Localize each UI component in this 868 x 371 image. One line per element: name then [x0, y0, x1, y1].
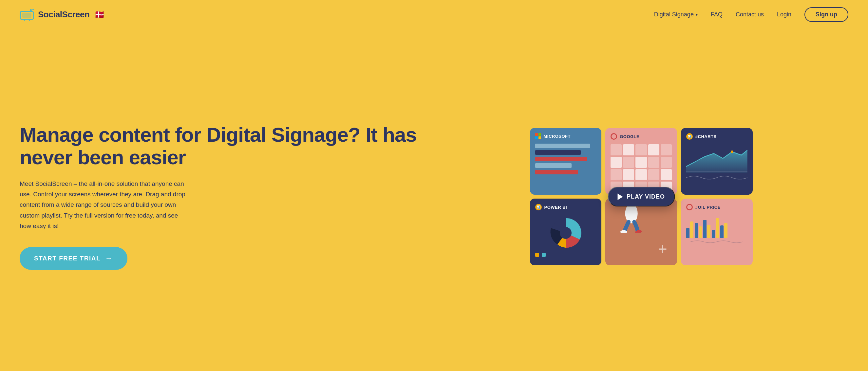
oil-google-icon [686, 204, 693, 210]
cal-cell [611, 157, 622, 168]
mini-bar [695, 223, 698, 238]
charts-icon: 📊 [686, 133, 693, 140]
cal-cell [623, 157, 634, 168]
cal-cell [648, 144, 659, 156]
bar-group [720, 223, 727, 238]
hero-left: Manage content for Digital Signage? It h… [20, 123, 417, 270]
nav-digital-signage[interactable]: Digital Signage ▾ [654, 11, 698, 18]
chevron-down-icon: ▾ [696, 12, 698, 17]
oil-bar-chart [686, 215, 747, 238]
start-free-trial-button[interactable]: START FREE TRIAL → [20, 247, 127, 270]
oil-wave [686, 239, 747, 244]
play-icon [617, 193, 623, 200]
card-charts-header: 📊 #CHARTS [686, 133, 747, 140]
microsoft-icon [535, 133, 541, 139]
wave-line [686, 174, 747, 181]
pie-chart-svg [548, 215, 584, 251]
mini-bar [686, 228, 689, 238]
nav-login[interactable]: Login [777, 11, 792, 18]
microsoft-bars [535, 144, 596, 174]
cal-cell [611, 144, 622, 156]
feature-cards-grid: MICROSOFT GOOGLE [530, 128, 753, 265]
cal-cell [661, 169, 672, 180]
hero-right: MICROSOFT GOOGLE [434, 128, 848, 265]
card-oil-title: #OIL PRICE [695, 205, 721, 210]
logo-text: SocialScreen [38, 9, 89, 20]
card-google-header: GOOGLE [611, 133, 672, 140]
logo-area: SocialScreen 🇩🇰 [20, 9, 104, 21]
google-calendar [611, 144, 672, 193]
mini-bar [707, 225, 710, 238]
cal-cell [661, 157, 672, 168]
cal-cell [611, 169, 622, 180]
mini-bar [724, 223, 727, 238]
area-chart-svg [686, 147, 747, 173]
bar-group [686, 222, 693, 238]
card-powerbi: 📊 POWER BI [530, 199, 602, 265]
legend-yellow [535, 253, 539, 257]
bar-group [695, 223, 702, 238]
pie-legend [535, 253, 596, 257]
logo-icon [20, 9, 34, 21]
brown-card-content: + [611, 204, 672, 260]
nav-faq[interactable]: FAQ [711, 11, 722, 18]
svg-point-9 [560, 227, 571, 239]
card-google-title: GOOGLE [620, 134, 639, 139]
header: SocialScreen 🇩🇰 Digital Signage ▾ FAQ Co… [0, 0, 868, 29]
card-microsoft-header: MICROSOFT [535, 133, 596, 139]
legend-teal [542, 253, 546, 257]
powerbi-icon: 📊 [535, 204, 542, 210]
svg-point-6 [731, 150, 733, 153]
pie-chart-container [535, 215, 596, 251]
card-microsoft: MICROSOFT [530, 128, 602, 195]
hero-description: Meet SocialScreen – the all-in-one solut… [20, 179, 190, 231]
play-video-button[interactable]: PLAY VIDEO [608, 187, 675, 207]
cal-cell [636, 144, 647, 156]
arrow-right-icon: → [105, 254, 113, 263]
mini-bar [699, 226, 702, 238]
svg-point-4 [30, 9, 32, 11]
cal-cell [636, 169, 647, 180]
card-google: GOOGLE [605, 128, 677, 195]
plus-icon: + [658, 241, 667, 257]
mini-bar [712, 230, 715, 238]
google-icon [611, 133, 617, 140]
card-oil: #OIL PRICE [681, 199, 753, 265]
cal-cell [636, 157, 647, 168]
nav-contact[interactable]: Contact us [736, 11, 764, 18]
card-powerbi-header: 📊 POWER BI [535, 204, 596, 210]
mini-bar [716, 218, 719, 238]
card-microsoft-title: MICROSOFT [544, 134, 571, 139]
card-powerbi-title: POWER BI [545, 205, 567, 210]
bar-group [703, 220, 710, 238]
card-brown: + [605, 199, 677, 265]
cal-cell [623, 144, 634, 156]
hero-section: Manage content for Digital Signage? It h… [0, 29, 868, 371]
svg-rect-1 [22, 13, 31, 18]
cal-cell [648, 169, 659, 180]
flag-icon: 🇩🇰 [95, 10, 104, 19]
card-oil-header: #OIL PRICE [686, 204, 747, 210]
hero-heading: Manage content for Digital Signage? It h… [20, 123, 417, 169]
svg-point-5 [32, 9, 34, 10]
cal-cell [648, 157, 659, 168]
mini-bar [720, 226, 723, 238]
card-charts-title: #CHARTS [695, 134, 717, 139]
card-charts: 📊 #CHARTS [681, 128, 753, 195]
mini-bar [703, 220, 707, 238]
cal-cell [623, 169, 634, 180]
signup-button[interactable]: Sign up [804, 7, 848, 22]
main-nav: Digital Signage ▾ FAQ Contact us Login S… [654, 7, 848, 22]
mini-bar [690, 222, 693, 238]
bar-group [712, 218, 719, 238]
cal-cell [661, 144, 672, 156]
